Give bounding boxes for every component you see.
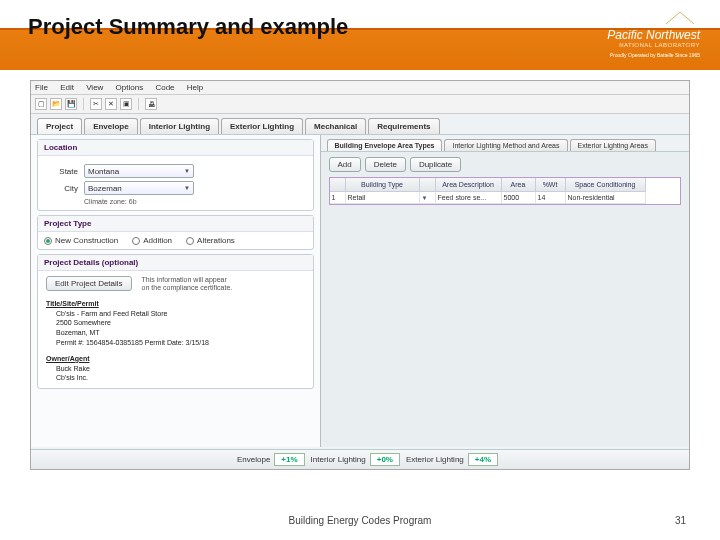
cell-desc[interactable]: Feed store se... [436, 192, 502, 204]
section-tabs: Project Envelope Interior Lighting Exter… [31, 114, 689, 135]
col-building-type: Building Type [346, 178, 420, 192]
radio-addition[interactable]: Addition [132, 236, 172, 245]
col-area-desc: Area Description [436, 178, 502, 192]
duplicate-button[interactable]: Duplicate [410, 157, 461, 172]
city-select[interactable]: Bozeman ▼ [84, 181, 194, 195]
details-owner-agent: Owner/Agent Buck Rake Cb'sis Inc. [46, 354, 305, 383]
sub-tab-interior-lighting-method[interactable]: Interior Lighting Method and Areas [444, 139, 567, 151]
location-title: Location [38, 140, 313, 156]
details-info: This information will appear on the comp… [142, 276, 233, 293]
status-label: Exterior Lighting [406, 455, 464, 464]
cell-num: 1 [330, 192, 346, 204]
project-type-title: Project Type [38, 216, 313, 232]
new-icon[interactable]: ▢ [35, 98, 47, 110]
save-icon[interactable]: 💾 [65, 98, 77, 110]
chevron-down-icon: ▼ [184, 168, 190, 174]
left-pane: Location State Montana ▼ City Bozeman ▼ [31, 135, 321, 447]
radio-icon [186, 237, 194, 245]
project-details-title: Project Details (optional) [38, 255, 313, 271]
delete-icon[interactable]: ✕ [105, 98, 117, 110]
radio-label: Addition [143, 236, 172, 245]
radio-icon [44, 237, 52, 245]
area-types-table: Building Type Area Description Area %Wt … [329, 177, 681, 205]
radio-alterations[interactable]: Alterations [186, 236, 235, 245]
tab-requirements[interactable]: Requirements [368, 118, 439, 134]
col-blank [420, 178, 436, 192]
edit-project-details-button[interactable]: Edit Project Details [46, 276, 132, 291]
status-label: Interior Lighting [311, 455, 366, 464]
sub-tab-envelope-area-types[interactable]: Building Envelope Area Types [327, 139, 443, 151]
status-value: +4% [468, 453, 498, 466]
tab-mechanical[interactable]: Mechanical [305, 118, 366, 134]
footer-text: Building Energy Codes Program [0, 515, 720, 526]
city-label: City [46, 184, 78, 193]
cell-wt: 14 [536, 192, 566, 204]
menu-view[interactable]: View [86, 83, 103, 92]
brand-tagline: Proudly Operated by Battelle Since 1965 [607, 52, 700, 58]
menubar: File Edit View Options Code Help [31, 81, 689, 95]
brand-name: Pacific Northwest [607, 28, 700, 42]
menu-file[interactable]: File [35, 83, 48, 92]
open-icon[interactable]: 📂 [50, 98, 62, 110]
menu-edit[interactable]: Edit [60, 83, 74, 92]
project-type-group: Project Type New Construction Addition A… [37, 215, 314, 250]
tab-exterior-lighting[interactable]: Exterior Lighting [221, 118, 303, 134]
brand-logo-icon [660, 6, 700, 26]
status-value: +1% [274, 453, 304, 466]
toolbar-separator [83, 98, 84, 110]
slide-title: Project Summary and example [28, 14, 348, 40]
brand-block: Pacific Northwest NATIONAL LABORATORY Pr… [607, 6, 700, 58]
state-label: State [46, 167, 78, 176]
menu-options[interactable]: Options [116, 83, 144, 92]
chevron-down-icon: ▼ [184, 185, 190, 191]
state-select[interactable]: Montana ▼ [84, 164, 194, 178]
location-group: Location State Montana ▼ City Bozeman ▼ [37, 139, 314, 211]
copy-icon[interactable]: ▣ [120, 98, 132, 110]
radio-label: New Construction [55, 236, 118, 245]
toolbar: ▢ 📂 💾 ✂ ✕ ▣ 🖶 [31, 95, 689, 114]
status-label: Envelope [237, 455, 270, 464]
tab-envelope[interactable]: Envelope [84, 118, 138, 134]
print-icon[interactable]: 🖶 [145, 98, 157, 110]
city-value: Bozeman [88, 184, 122, 193]
menu-help[interactable]: Help [187, 83, 203, 92]
col-area: Area [502, 178, 536, 192]
project-details-group: Project Details (optional) Edit Project … [37, 254, 314, 389]
details-title-site: Title/Site/Permit Cb'sis - Farm and Feed… [46, 299, 305, 348]
tab-interior-lighting[interactable]: Interior Lighting [140, 118, 219, 134]
status-exterior-lighting: Exterior Lighting +4% [406, 453, 498, 466]
cut-icon[interactable]: ✂ [90, 98, 102, 110]
status-bar: Envelope +1% Interior Lighting +0% Exter… [31, 449, 689, 469]
status-interior-lighting: Interior Lighting +0% [311, 453, 400, 466]
radio-icon [132, 237, 140, 245]
cell-space-cond[interactable]: Non-residential [566, 192, 646, 204]
cell-building-type[interactable]: Retail [346, 192, 420, 204]
menu-code[interactable]: Code [155, 83, 174, 92]
app-window: File Edit View Options Code Help ▢ 📂 💾 ✂… [30, 80, 690, 470]
col-wt: %Wt [536, 178, 566, 192]
toolbar-separator [138, 98, 139, 110]
status-value: +0% [370, 453, 400, 466]
col-space-cond: Space Conditioning [566, 178, 646, 192]
right-pane: Building Envelope Area Types Interior Li… [321, 135, 689, 447]
table-row[interactable]: 1 Retail ▼ Feed store se... 5000 14 Non-… [330, 192, 680, 204]
tab-project[interactable]: Project [37, 118, 82, 134]
page-number: 31 [675, 515, 686, 526]
col-num [330, 178, 346, 192]
radio-new-construction[interactable]: New Construction [44, 236, 118, 245]
radio-label: Alterations [197, 236, 235, 245]
cell-dd[interactable]: ▼ [420, 192, 436, 204]
add-button[interactable]: Add [329, 157, 361, 172]
action-row: Add Delete Duplicate [321, 152, 689, 177]
climate-note: Climate zone: 6b [84, 198, 305, 205]
brand-subtitle: NATIONAL LABORATORY [607, 42, 700, 48]
sub-tabs: Building Envelope Area Types Interior Li… [321, 135, 689, 152]
sub-tab-exterior-lighting-areas[interactable]: Exterior Lighting Areas [570, 139, 656, 151]
status-envelope: Envelope +1% [237, 453, 305, 466]
delete-button[interactable]: Delete [365, 157, 406, 172]
chevron-down-icon: ▼ [422, 195, 428, 201]
cell-area[interactable]: 5000 [502, 192, 536, 204]
state-value: Montana [88, 167, 119, 176]
